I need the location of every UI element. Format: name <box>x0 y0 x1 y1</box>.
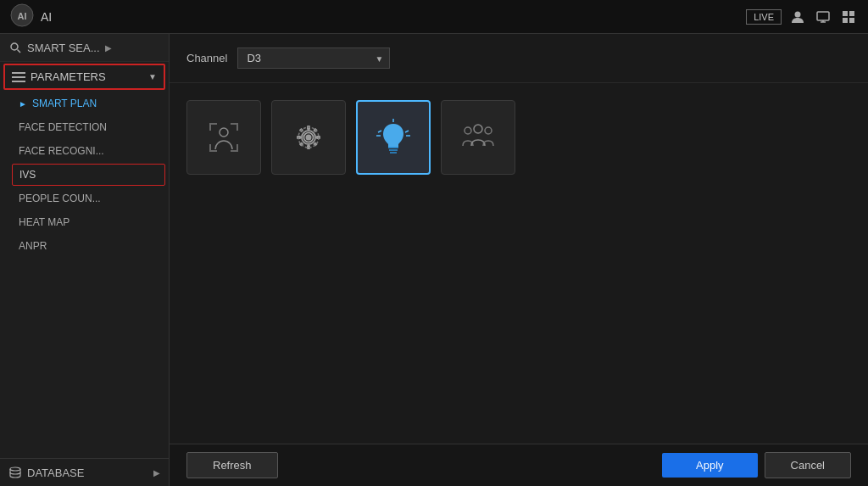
sidebar-item-people-counting[interactable]: PEOPLE COUN... <box>8 187 169 210</box>
sidebar-item-parameters[interactable]: PARAMETERS ▼ <box>3 64 165 90</box>
svg-point-2 <box>795 11 801 17</box>
svg-line-31 <box>378 131 381 132</box>
face-card-icon <box>203 117 244 158</box>
people-counting-label: PEOPLE COUN... <box>19 193 101 204</box>
feature-card-ivs[interactable] <box>356 100 431 175</box>
app-logo: AI <box>10 3 34 31</box>
svg-rect-6 <box>843 11 848 16</box>
features-area <box>170 83 868 444</box>
face-detection-icon <box>205 119 242 156</box>
svg-point-12 <box>10 467 20 471</box>
svg-rect-9 <box>849 18 854 23</box>
content-area: Channel D1 D2 D3 D4 <box>170 34 868 486</box>
channel-header: Channel D1 D2 D3 D4 <box>170 34 868 83</box>
svg-rect-8 <box>843 18 848 23</box>
sidebar: SMART SEA... ▶ PARAMETERS ▼ ► SMART PLAN… <box>0 34 170 486</box>
sidebar-item-heat-map[interactable]: HEAT MAP <box>8 210 169 234</box>
app-title: AI <box>41 10 52 24</box>
crowd-card-icon <box>458 117 498 158</box>
sidebar-item-ivs[interactable]: IVS <box>12 164 165 186</box>
user-icon[interactable] <box>788 8 807 26</box>
sidebar-item-database[interactable]: DATABASE ▶ <box>0 458 169 486</box>
database-icon <box>8 466 22 479</box>
titlebar-actions: LIVE <box>746 8 858 26</box>
svg-point-36 <box>485 127 492 134</box>
sidebar-item-smart-plan[interactable]: ► SMART PLAN <box>8 92 169 115</box>
screen-icon[interactable] <box>814 8 832 26</box>
channel-label: Channel <box>186 52 227 64</box>
crowd-icon <box>458 117 498 158</box>
search-icon <box>8 41 22 54</box>
chevron-down-icon: ▼ <box>148 72 157 81</box>
svg-rect-7 <box>849 11 854 16</box>
svg-point-10 <box>11 43 18 50</box>
feature-card-crowd[interactable] <box>441 100 515 175</box>
main-layout: SMART SEA... ▶ PARAMETERS ▼ ► SMART PLAN… <box>0 34 868 486</box>
channel-select-wrapper[interactable]: D1 D2 D3 D4 <box>237 47 390 69</box>
channel-select[interactable]: D1 D2 D3 D4 <box>237 47 390 69</box>
sidebar-item-anpr[interactable]: ANPR <box>8 234 169 258</box>
feature-card-face[interactable] <box>186 100 261 175</box>
svg-point-15 <box>306 135 312 141</box>
bottom-bar: Refresh Apply Cancel <box>170 444 868 486</box>
grid-icon[interactable] <box>839 8 858 26</box>
sidebar-item-face-detection[interactable]: FACE DETECTION <box>8 115 169 139</box>
titlebar: AI AI LIVE <box>0 0 868 34</box>
heat-map-label: HEAT MAP <box>19 216 70 228</box>
svg-rect-3 <box>817 12 829 20</box>
smart-plan-icon <box>288 117 329 158</box>
refresh-button[interactable]: Refresh <box>186 452 278 478</box>
cancel-button[interactable]: Cancel <box>765 452 851 478</box>
database-chevron-icon: ▶ <box>153 468 160 478</box>
smart-search-label: SMART SEA... <box>27 42 100 54</box>
apply-button[interactable]: Apply <box>662 453 758 478</box>
anpr-label: ANPR <box>19 240 47 252</box>
parameters-label: PARAMETERS <box>31 70 143 83</box>
svg-line-11 <box>18 50 21 53</box>
svg-point-35 <box>474 125 482 133</box>
svg-point-34 <box>465 127 471 134</box>
ivs-label: IVS <box>19 169 36 181</box>
live-button[interactable]: LIVE <box>746 9 782 25</box>
sidebar-item-face-recognition[interactable]: FACE RECOGNI... <box>8 139 169 163</box>
smart-plan-label: SMART PLAN <box>32 98 97 109</box>
chevron-right-icon: ▶ <box>105 43 112 53</box>
svg-point-13 <box>220 128 228 137</box>
list-icon <box>12 72 25 82</box>
feature-card-smart[interactable] <box>271 100 346 175</box>
face-detection-label: FACE DETECTION <box>19 121 107 133</box>
svg-text:AI: AI <box>18 11 27 21</box>
sidebar-item-smart-search[interactable]: SMART SEA... ▶ <box>0 34 169 62</box>
database-label: DATABASE <box>27 466 148 479</box>
svg-line-29 <box>405 131 409 132</box>
chevron-right-icon: ► <box>19 99 27 109</box>
ivs-icon <box>373 117 414 158</box>
smart-card-icon <box>288 117 329 158</box>
nav-sub-items: ► SMART PLAN FACE DETECTION FACE RECOGNI… <box>0 92 169 258</box>
ivs-card-icon <box>373 117 414 158</box>
face-recognition-label: FACE RECOGNI... <box>19 145 104 157</box>
